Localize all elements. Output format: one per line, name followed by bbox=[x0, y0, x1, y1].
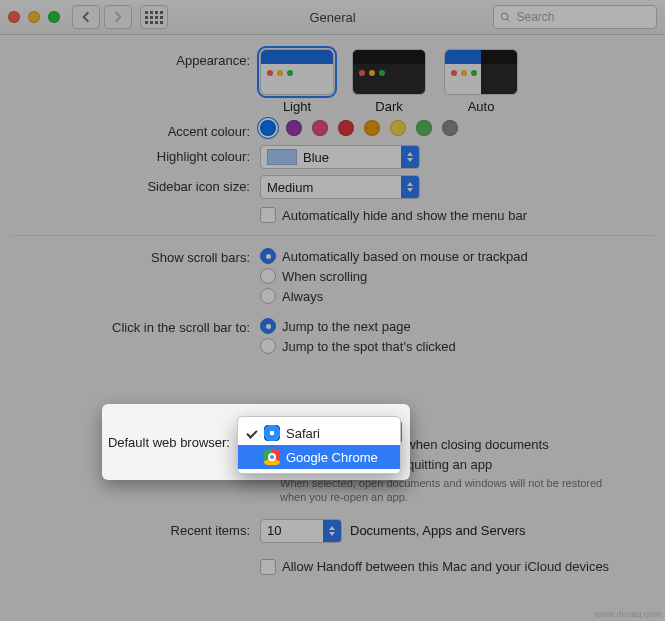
highlight-value: Blue bbox=[303, 150, 329, 165]
appearance-thumb-dark bbox=[352, 49, 426, 95]
highlight-popup[interactable]: Blue bbox=[260, 145, 420, 169]
radio-label: Jump to the spot that's clicked bbox=[282, 339, 456, 354]
handoff-checkbox[interactable]: Allow Handoff between this Mac and your … bbox=[260, 559, 609, 575]
radio-label: Jump to the next page bbox=[282, 319, 411, 334]
radio-label: Automatically based on mouse or trackpad bbox=[282, 249, 528, 264]
safari-icon bbox=[264, 425, 280, 441]
highlight-swatch-icon bbox=[267, 149, 297, 165]
radio-icon bbox=[260, 248, 276, 264]
accent-swatch[interactable] bbox=[338, 120, 354, 136]
clickscroll-label: Click in the scroll bar to: bbox=[10, 316, 260, 335]
close-windows-note: When selected, open documents and window… bbox=[280, 476, 630, 505]
accent-label: Accent colour: bbox=[10, 120, 260, 139]
search-icon bbox=[500, 11, 511, 23]
highlight-label: Highlight colour: bbox=[10, 145, 260, 164]
accent-swatch[interactable] bbox=[390, 120, 406, 136]
zoom-icon[interactable] bbox=[48, 11, 60, 23]
stepper-arrows-icon bbox=[401, 146, 419, 168]
scrollbars-label: Show scroll bars: bbox=[10, 246, 260, 265]
radio-label: When scrolling bbox=[282, 269, 367, 284]
appearance-caption: Dark bbox=[375, 99, 402, 114]
accent-swatch[interactable] bbox=[260, 120, 276, 136]
recent-value: 10 bbox=[267, 523, 281, 538]
traffic-lights bbox=[8, 11, 60, 23]
svg-point-0 bbox=[501, 13, 508, 20]
watermark: www.deuaq.com bbox=[595, 609, 661, 619]
default-browser-label: Default web browser: bbox=[102, 435, 238, 450]
accent-swatch[interactable] bbox=[312, 120, 328, 136]
back-button[interactable] bbox=[72, 5, 100, 29]
recent-popup[interactable]: 10 bbox=[260, 519, 342, 543]
clickscroll-radio[interactable]: Jump to the next page bbox=[260, 318, 411, 334]
scrollbars-radio[interactable]: When scrolling bbox=[260, 268, 367, 284]
appearance-option-auto[interactable]: Auto bbox=[444, 49, 518, 114]
radio-label: Always bbox=[282, 289, 323, 304]
checkmark-icon bbox=[249, 426, 255, 441]
appearance-thumb-light bbox=[260, 49, 334, 95]
sidebar-size-popup[interactable]: Medium bbox=[260, 175, 420, 199]
menu-item-label: Google Chrome bbox=[286, 450, 378, 465]
minimize-icon[interactable] bbox=[28, 11, 40, 23]
window-toolbar: General bbox=[0, 0, 665, 35]
appearance-option-light[interactable]: Light bbox=[260, 49, 334, 114]
menu-item-label: Safari bbox=[286, 426, 320, 441]
search-input[interactable] bbox=[515, 9, 650, 25]
appearance-thumb-auto bbox=[444, 49, 518, 95]
radio-icon bbox=[260, 268, 276, 284]
stepper-arrows-icon bbox=[401, 176, 419, 198]
appearance-caption: Auto bbox=[468, 99, 495, 114]
menu-item-chrome[interactable]: Google Chrome bbox=[238, 445, 400, 469]
radio-icon bbox=[260, 338, 276, 354]
accent-swatch[interactable] bbox=[286, 120, 302, 136]
grid-icon bbox=[145, 11, 163, 24]
appearance-label: Appearance: bbox=[10, 49, 260, 68]
svg-line-1 bbox=[507, 19, 510, 22]
radio-icon bbox=[260, 318, 276, 334]
clickscroll-radio[interactable]: Jump to the spot that's clicked bbox=[260, 338, 456, 354]
chrome-icon bbox=[264, 449, 280, 465]
radio-icon bbox=[260, 288, 276, 304]
accent-swatch[interactable] bbox=[364, 120, 380, 136]
checkbox-icon bbox=[260, 207, 276, 223]
scrollbars-radio[interactable]: Automatically based on mouse or trackpad bbox=[260, 248, 528, 264]
general-panel: Appearance: Light Dark bbox=[0, 35, 665, 593]
show-all-button[interactable] bbox=[140, 5, 168, 29]
recent-label: Recent items: bbox=[10, 519, 260, 538]
accent-swatch[interactable] bbox=[442, 120, 458, 136]
stepper-arrows-icon bbox=[323, 520, 341, 542]
scrollbars-radio[interactable]: Always bbox=[260, 288, 323, 304]
checkbox-icon bbox=[260, 559, 276, 575]
checkbox-label: Automatically hide and show the menu bar bbox=[282, 208, 527, 223]
appearance-option-dark[interactable]: Dark bbox=[352, 49, 426, 114]
default-browser-menu[interactable]: Safari Google Chrome bbox=[237, 416, 401, 474]
appearance-caption: Light bbox=[283, 99, 311, 114]
sidebar-label: Sidebar icon size: bbox=[10, 175, 260, 194]
sidebar-size-value: Medium bbox=[267, 180, 313, 195]
accent-swatch[interactable] bbox=[416, 120, 432, 136]
accent-swatches bbox=[260, 120, 458, 136]
recent-suffix: Documents, Apps and Servers bbox=[350, 523, 526, 538]
checkbox-label: Allow Handoff between this Mac and your … bbox=[282, 559, 609, 574]
menubar-autohide-checkbox[interactable]: Automatically hide and show the menu bar bbox=[260, 207, 527, 223]
forward-button[interactable] bbox=[104, 5, 132, 29]
search-field[interactable] bbox=[493, 5, 657, 29]
menu-item-safari[interactable]: Safari bbox=[238, 421, 400, 445]
close-icon[interactable] bbox=[8, 11, 20, 23]
